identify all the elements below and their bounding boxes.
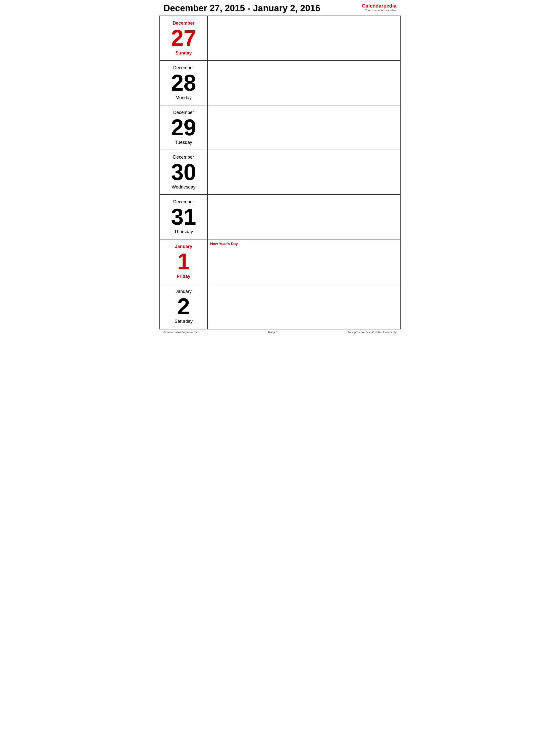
day-content[interactable] — [208, 284, 400, 329]
logo-text: Calendarpedia — [362, 3, 397, 9]
day-number: 30 — [171, 161, 196, 184]
calendar-body: December27SundayDecember28MondayDecember… — [159, 16, 401, 329]
day-label: December30Wednesday — [160, 150, 208, 194]
day-weekday: Friday — [177, 274, 190, 279]
day-number: 1 — [177, 250, 190, 273]
day-row: December31Thursday — [160, 195, 400, 239]
day-label: December27Sunday — [160, 16, 208, 60]
logo-main: Calendar — [362, 3, 383, 8]
day-label: December28Monday — [160, 61, 208, 105]
day-content[interactable]: New Year's Day — [208, 239, 400, 284]
day-weekday: Monday — [176, 95, 192, 100]
day-month: January — [175, 244, 192, 249]
day-weekday: Saturday — [175, 319, 193, 324]
day-number: 29 — [171, 116, 196, 139]
day-month: December — [173, 21, 194, 26]
day-row: December29Tuesday — [160, 105, 400, 150]
day-month: December — [173, 65, 194, 70]
day-content[interactable] — [208, 61, 400, 105]
day-row: January2Saturday — [160, 284, 400, 329]
logo-accent: pedia — [383, 3, 397, 8]
logo-container: Calendarpedia Your source for calendars — [362, 3, 397, 12]
page-header: December 27, 2015 - January 2, 2016 Cale… — [159, 0, 401, 16]
day-label: January2Saturday — [160, 284, 208, 329]
day-label: December31Thursday — [160, 195, 208, 239]
footer-disclaimer: Data provided 'as is' without warranty — [347, 331, 397, 334]
day-number: 2 — [177, 295, 190, 318]
day-label: January1Friday — [160, 239, 208, 284]
holiday-label: New Year's Day — [210, 241, 398, 246]
day-content[interactable] — [208, 150, 400, 194]
footer-page: Page 1 — [268, 331, 278, 334]
day-weekday: Thursday — [174, 229, 193, 234]
day-number: 31 — [171, 205, 196, 228]
day-number: 28 — [171, 71, 196, 94]
footer-copyright: © www.calendarpedia.com — [163, 331, 199, 334]
page-title: December 27, 2015 - January 2, 2016 — [163, 3, 320, 13]
day-content[interactable] — [208, 105, 400, 150]
day-weekday: Sunday — [175, 51, 192, 56]
day-row: December28Monday — [160, 61, 400, 105]
day-label: December29Tuesday — [160, 105, 208, 150]
day-row: January1FridayNew Year's Day — [160, 239, 400, 284]
page-footer: © www.calendarpedia.com Page 1 Data prov… — [159, 329, 401, 335]
day-month: December — [173, 155, 194, 160]
day-month: December — [173, 199, 194, 204]
logo-tagline: Your source for calendars — [362, 9, 397, 12]
page-wrapper: December 27, 2015 - January 2, 2016 Cale… — [159, 0, 401, 335]
day-month: January — [176, 289, 192, 294]
day-row: December30Wednesday — [160, 150, 400, 195]
day-content[interactable] — [208, 195, 400, 239]
day-month: December — [173, 110, 194, 115]
day-weekday: Wednesday — [172, 185, 196, 190]
day-content[interactable] — [208, 16, 400, 60]
day-row: December27Sunday — [160, 16, 400, 61]
day-number: 27 — [171, 27, 196, 50]
day-weekday: Tuesday — [175, 140, 192, 145]
